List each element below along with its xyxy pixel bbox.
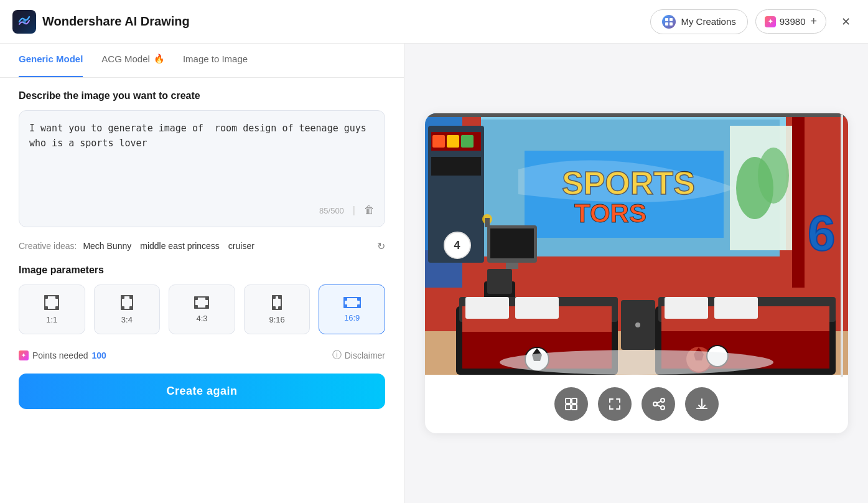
points-mini-icon: ✦ — [19, 350, 29, 360]
right-panel: SPORTS TORS — [404, 44, 868, 503]
svg-rect-27 — [506, 263, 518, 269]
prompt-section: Describe the image you want to create I … — [0, 78, 404, 233]
points-icon: ✦ — [765, 16, 776, 27]
close-button[interactable]: ✕ — [836, 12, 856, 31]
app-logo-icon — [12, 10, 36, 34]
points-row: ✦ Points needed 100 ⓘ Disclaimer — [0, 341, 404, 367]
svg-rect-59 — [572, 405, 577, 410]
app-header: Wondershare AI Drawing My Creations ✦ 93… — [0, 0, 868, 44]
my-creations-icon — [662, 15, 676, 29]
creative-idea-2[interactable]: middle east princess — [138, 240, 222, 252]
app-logo: Wondershare AI Drawing — [12, 10, 190, 34]
disclaimer-button[interactable]: ⓘ Disclaimer — [332, 349, 385, 361]
tab-image-to-image[interactable]: Image to Image — [183, 44, 248, 77]
points-button[interactable]: ✦ 93980 + — [755, 9, 826, 34]
tab-acg-model[interactable]: ACG Model 🔥 — [101, 44, 164, 77]
svg-point-18 — [758, 148, 789, 204]
svg-rect-53 — [485, 218, 490, 227]
svg-rect-3 — [665, 22, 668, 26]
prompt-section-label: Describe the image you want to create — [19, 90, 385, 101]
creative-idea-3[interactable]: cruiser — [226, 240, 257, 252]
points-value: 100 — [92, 350, 106, 360]
svg-point-0 — [22, 20, 26, 24]
points-needed: ✦ Points needed 100 — [19, 350, 106, 360]
model-tabs: Generic Model ACG Model 🔥 Image to Image — [0, 44, 404, 78]
image-action-buttons — [554, 387, 719, 421]
svg-rect-57 — [572, 398, 577, 403]
ratio-9-16-icon — [272, 295, 282, 310]
ratio-16-9-label: 16:9 — [344, 313, 360, 322]
ratio-3-4-icon — [121, 295, 133, 310]
tab-generic-label: Generic Model — [19, 54, 83, 64]
ratio-16-9[interactable]: 16:9 — [319, 284, 385, 334]
creative-ideas-label: Creative ideas: — [19, 241, 77, 251]
regenerate-button[interactable] — [554, 387, 588, 421]
my-creations-button[interactable]: My Creations — [650, 9, 747, 34]
svg-rect-21 — [432, 135, 445, 148]
svg-rect-1 — [665, 18, 668, 21]
svg-rect-2 — [670, 18, 673, 21]
image-index-badge: 4 — [444, 232, 471, 259]
left-panel: Generic Model ACG Model 🔥 Image to Image… — [0, 44, 404, 503]
header-actions: My Creations ✦ 93980 + ✕ — [650, 9, 856, 34]
prompt-textarea[interactable]: I want you to generate image of room des… — [29, 121, 375, 195]
svg-rect-24 — [431, 157, 481, 176]
ratio-1-1[interactable]: 1:1 — [19, 284, 85, 334]
tab-generic-model[interactable]: Generic Model — [19, 44, 83, 77]
my-creations-label: My Creations — [681, 16, 735, 27]
tab-acg-label: ACG Model — [101, 54, 150, 64]
fire-icon: 🔥 — [154, 54, 164, 63]
image-card: SPORTS TORS — [425, 113, 848, 433]
ratio-4-3[interactable]: 4:3 — [169, 284, 235, 334]
ratio-9-16-label: 9:16 — [269, 315, 284, 324]
char-divider: | — [353, 205, 355, 216]
svg-line-64 — [656, 401, 661, 403]
image-scrollbar[interactable] — [841, 113, 843, 377]
ratio-16-9-icon — [343, 297, 361, 308]
char-count: 85/500 — [319, 206, 344, 215]
ratio-9-16[interactable]: 9:16 — [244, 284, 310, 334]
svg-rect-55 — [425, 113, 848, 117]
points-needed-label: Points needed — [32, 350, 88, 360]
fullscreen-button[interactable] — [598, 387, 632, 421]
svg-rect-4 — [670, 22, 673, 26]
prompt-box: I want you to generate image of room des… — [19, 110, 385, 227]
svg-point-44 — [635, 322, 640, 327]
ratio-3-4-label: 3:4 — [121, 315, 133, 324]
svg-rect-26 — [490, 228, 534, 258]
disclaimer-icon: ⓘ — [332, 349, 342, 361]
clear-prompt-button[interactable]: 🗑 — [364, 204, 375, 217]
download-button[interactable] — [685, 387, 719, 421]
tab-img2img-label: Image to Image — [183, 54, 248, 64]
create-button-container: Create again — [0, 367, 404, 415]
app-title: Wondershare AI Drawing — [42, 14, 190, 29]
ratio-4-3-label: 4:3 — [196, 314, 207, 323]
ratio-4-3-icon — [194, 296, 209, 309]
ratio-1-1-icon — [44, 295, 59, 310]
creative-ideas-row: Creative ideas: Mech Bunny middle east p… — [0, 233, 404, 258]
svg-rect-40 — [665, 297, 708, 319]
refresh-ideas-button[interactable]: ↻ — [377, 240, 385, 252]
creative-idea-1[interactable]: Mech Bunny — [80, 240, 134, 252]
svg-rect-15 — [792, 113, 805, 288]
ratio-1-1-label: 1:1 — [46, 315, 57, 324]
svg-rect-56 — [566, 398, 571, 403]
create-again-button[interactable]: Create again — [19, 374, 385, 409]
image-container: SPORTS TORS — [425, 113, 848, 377]
prompt-footer: 85/500 | 🗑 — [29, 204, 375, 217]
svg-point-51 — [500, 350, 773, 375]
generated-image: SPORTS TORS — [425, 113, 848, 375]
svg-rect-33 — [465, 297, 509, 319]
add-icon[interactable]: + — [810, 15, 817, 28]
svg-rect-41 — [714, 297, 758, 319]
svg-rect-29 — [487, 269, 512, 294]
main-content: Generic Model ACG Model 🔥 Image to Image… — [0, 44, 868, 503]
aspect-ratio-grid: 1:1 3:4 — [19, 284, 385, 334]
svg-rect-34 — [515, 297, 559, 319]
points-value: 93980 — [780, 16, 806, 27]
ratio-3-4[interactable]: 3:4 — [94, 284, 161, 334]
image-params-label: Image parameters — [19, 265, 385, 276]
svg-rect-58 — [566, 405, 571, 410]
svg-text:6: 6 — [808, 205, 836, 261]
share-button[interactable] — [642, 387, 675, 421]
